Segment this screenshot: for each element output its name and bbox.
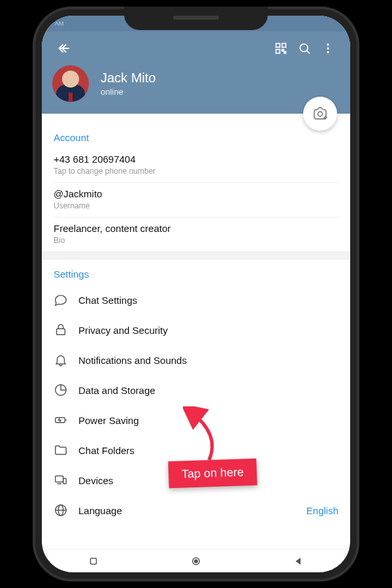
chat-bubble-icon bbox=[54, 293, 78, 307]
more-button[interactable] bbox=[316, 37, 340, 60]
svg-point-27 bbox=[195, 559, 198, 563]
settings-section-title: Settings bbox=[42, 259, 350, 285]
svg-rect-3 bbox=[282, 44, 286, 48]
svg-rect-6 bbox=[284, 52, 286, 54]
profile-row: Jack Mito online bbox=[52, 65, 340, 102]
search-button[interactable] bbox=[293, 37, 316, 60]
camera-fab[interactable] bbox=[303, 97, 337, 131]
top-bar bbox=[52, 37, 340, 60]
qr-code-button[interactable] bbox=[269, 37, 293, 60]
settings-list: Chat Settings Privacy and Security Notif… bbox=[42, 285, 350, 525]
settings-row-privacy[interactable]: Privacy and Security bbox=[42, 315, 350, 345]
svg-line-8 bbox=[307, 51, 310, 54]
svg-marker-28 bbox=[296, 557, 301, 564]
phone-sub: Tap to change phone number bbox=[54, 167, 338, 176]
bio-item[interactable]: Freelancer, content creator Bio bbox=[42, 218, 350, 252]
back-button[interactable] bbox=[52, 37, 76, 60]
username-value: @Jackmito bbox=[54, 188, 338, 199]
svg-rect-19 bbox=[56, 476, 63, 482]
bio-sub: Bio bbox=[54, 236, 338, 245]
phone-notch bbox=[124, 7, 268, 30]
settings-row-label: Data and Storage bbox=[78, 385, 338, 396]
settings-row-label: Language bbox=[78, 505, 306, 516]
svg-rect-4 bbox=[276, 50, 280, 54]
svg-rect-2 bbox=[276, 44, 280, 48]
status-left: AM bbox=[55, 20, 64, 27]
section-gap bbox=[42, 252, 350, 259]
settings-row-label: Power Saving bbox=[78, 415, 338, 426]
settings-row-data-storage[interactable]: Data and Storage bbox=[42, 375, 350, 405]
profile-name: Jack Mito bbox=[101, 71, 155, 86]
bio-value: Freelancer, content creator bbox=[54, 223, 338, 234]
android-nav-bar bbox=[42, 549, 350, 572]
settings-row-label: Chat Folders bbox=[78, 445, 338, 456]
username-sub: Username bbox=[54, 201, 338, 210]
svg-rect-21 bbox=[63, 478, 67, 483]
nav-back-icon[interactable] bbox=[88, 555, 99, 567]
phone-value: +43 681 20697404 bbox=[54, 154, 338, 165]
annotation-text: Tap on here bbox=[182, 465, 244, 480]
svg-rect-5 bbox=[282, 50, 284, 52]
settings-row-language[interactable]: Language English bbox=[42, 495, 350, 525]
phone-frame: AM bbox=[33, 7, 359, 581]
settings-row-label: Notifications and Sounds bbox=[78, 355, 338, 366]
settings-row-power[interactable]: Power Saving bbox=[42, 405, 350, 435]
nav-recent-icon[interactable] bbox=[293, 555, 304, 567]
battery-icon bbox=[54, 413, 78, 427]
profile-header: Jack Mito online bbox=[42, 31, 350, 114]
annotation-callout: Tap on here bbox=[168, 459, 257, 489]
account-section-title: Account bbox=[42, 123, 350, 148]
svg-point-9 bbox=[327, 44, 329, 46]
settings-row-label: Privacy and Security bbox=[78, 325, 338, 336]
svg-point-7 bbox=[300, 44, 308, 52]
devices-icon bbox=[54, 473, 78, 487]
svg-rect-25 bbox=[90, 558, 96, 564]
profile-status: online bbox=[101, 87, 155, 97]
settings-row-chat[interactable]: Chat Settings bbox=[42, 285, 350, 315]
phone-item[interactable]: +43 681 20697404 Tap to change phone num… bbox=[42, 148, 350, 182]
settings-row-notifications[interactable]: Notifications and Sounds bbox=[42, 345, 350, 375]
folder-icon bbox=[54, 443, 78, 457]
nav-home-icon[interactable] bbox=[190, 555, 202, 567]
settings-row-label: Chat Settings bbox=[78, 295, 338, 306]
svg-point-12 bbox=[318, 112, 323, 116]
svg-point-11 bbox=[327, 51, 329, 53]
pie-icon bbox=[54, 383, 78, 397]
avatar[interactable] bbox=[52, 65, 89, 102]
lock-icon bbox=[54, 323, 78, 337]
username-item[interactable]: @Jackmito Username bbox=[42, 183, 350, 217]
account-section: Account +43 681 20697404 Tap to change p… bbox=[42, 114, 350, 252]
svg-point-10 bbox=[327, 47, 329, 49]
bell-icon bbox=[54, 353, 78, 367]
globe-icon bbox=[54, 503, 78, 517]
settings-row-value: English bbox=[306, 505, 338, 516]
svg-rect-15 bbox=[57, 329, 65, 335]
screen: AM bbox=[42, 16, 350, 572]
